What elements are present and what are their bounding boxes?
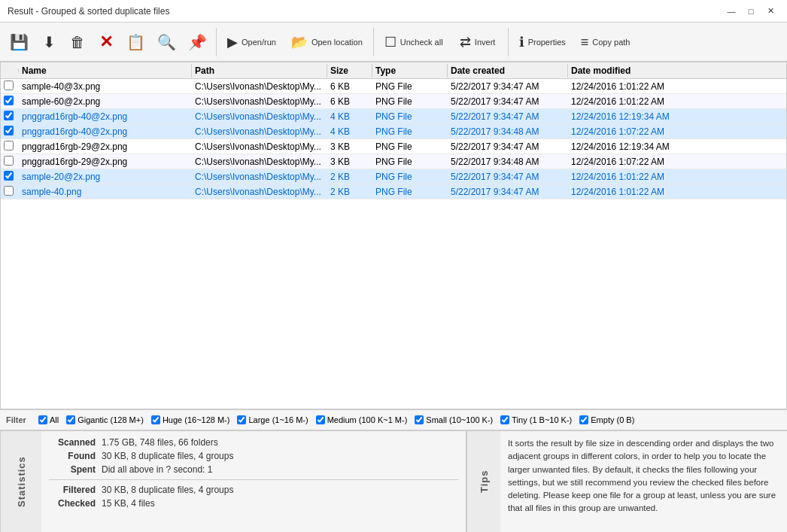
filter-item[interactable]: Empty (0 B) [579,415,634,424]
tips-label: Tips [466,431,500,532]
filter-checkbox[interactable] [415,415,424,424]
export-button[interactable]: ⬇ [35,25,62,59]
stats-key: Checked [49,498,102,509]
stats-row: Filtered30 KB, 8 duplicate files, 4 grou… [49,483,458,497]
minimize-button[interactable]: — [722,4,740,19]
stats-row: SpentDid all above in ? second: 1 [49,463,458,476]
col-path[interactable]: Path [192,64,327,78]
table-row[interactable]: sample-40.png C:\Users\Ivonash\Desktop\M… [1,184,786,199]
maximize-button[interactable]: □ [742,4,760,19]
filter-item[interactable]: All [38,415,59,424]
row-name: sample-20@2x.png [19,171,192,183]
table-row[interactable]: pnggrad16rgb-40@2x.png C:\Users\Ivonash\… [1,124,786,139]
mark-button[interactable]: 📌 [183,25,212,59]
remove-button[interactable]: ✕ [93,25,120,59]
stats-key: Filtered [49,485,102,495]
filter-item[interactable]: Medium (100 K~1 M-) [316,415,408,424]
search-button[interactable]: 🔍 [152,25,181,59]
open-location-button[interactable]: 📂 Open location [284,25,369,59]
filter-item[interactable]: Huge (16~128 M-) [151,415,230,424]
row-checkbox[interactable] [4,156,14,166]
row-checkbox-cell[interactable] [1,110,19,123]
row-checkbox[interactable] [4,141,14,150]
filter-checkbox[interactable] [151,415,160,424]
table-row[interactable]: sample-20@2x.png C:\Users\Ivonash\Deskto… [1,169,786,184]
col-date-modified[interactable]: Date modified [568,64,688,78]
row-date-created: 5/22/2017 9:34:47 AM [448,96,568,108]
open-run-icon: ▶ [227,35,238,49]
row-checkbox[interactable] [4,111,14,120]
filter-checkbox[interactable] [500,415,509,424]
filter-checkbox[interactable] [316,415,325,424]
remove-icon: ✕ [99,34,113,50]
filter-checkbox[interactable] [38,415,47,424]
open-run-label: Open/run [242,38,276,47]
stats-val: 30 KB, 8 duplicate files, 4 groups [102,451,233,461]
table-row[interactable]: pnggrad16rgb-29@2x.png C:\Users\Ivonash\… [1,154,786,169]
stats-content: Scanned1.75 GB, 748 files, 66 foldersFou… [41,431,466,532]
col-type[interactable]: Type [372,64,448,78]
row-size: 2 KB [327,186,372,198]
bottom-panel: Statistics Scanned1.75 GB, 748 files, 66… [0,430,787,532]
row-date-modified: 12/24/2016 12:19:34 AM [568,141,688,153]
table-row[interactable]: sample-40@3x.png C:\Users\Ivonash\Deskto… [1,79,786,94]
row-checkbox[interactable] [4,81,14,90]
stats-val: Did all above in ? second: 1 [102,464,212,475]
row-checkbox-cell[interactable] [1,80,19,93]
open-run-button[interactable]: ▶ Open/run [220,25,283,59]
row-checkbox[interactable] [4,186,14,196]
filter-item[interactable]: Large (1~16 M-) [237,415,308,424]
row-checkbox[interactable] [4,171,14,181]
save-button[interactable]: 💾 [5,25,34,59]
row-checkbox-cell[interactable] [1,95,19,108]
table-row[interactable]: sample-60@2x.png C:\Users\Ivonash\Deskto… [1,94,786,109]
row-type: PNG File [372,96,448,108]
close-button[interactable]: ✕ [761,4,779,19]
copy-path-label: Copy path [592,38,630,47]
invert-button[interactable]: ⇄ Invert [451,25,504,59]
tips-section: Tips It sorts the result by file size in… [466,431,787,532]
row-date-created: 5/22/2017 9:34:47 AM [448,186,568,198]
row-checkbox-cell[interactable] [1,155,19,169]
row-checkbox-cell[interactable] [1,125,19,138]
row-date-modified: 12/24/2016 12:19:34 AM [568,111,688,123]
filter-checkbox[interactable] [237,415,246,424]
toolbar: 💾 ⬇ 🗑 ✕ 📋 🔍 📌 ▶ Open/run 📂 Open location… [0,23,787,62]
row-date-created: 5/22/2017 9:34:47 AM [448,81,568,93]
table-body: sample-40@3x.png C:\Users\Ivonash\Deskto… [1,79,786,409]
row-checkbox[interactable] [4,126,14,135]
col-date-created[interactable]: Date created [448,64,568,78]
filter-checkbox[interactable] [66,415,75,424]
invert-label: Invert [475,38,496,47]
filter-item[interactable]: Gigantic (128 M+) [66,415,144,424]
row-path: C:\Users\Ivonash\Desktop\My... [192,111,327,123]
row-date-modified: 12/24/2016 1:01:22 AM [568,186,688,198]
copy-path-button[interactable]: ≡ Copy path [574,25,637,59]
filter-item[interactable]: Tiny (1 B~10 K-) [500,415,572,424]
delete-button[interactable]: 🗑 [64,25,91,59]
copy-button[interactable]: 📋 [121,25,150,59]
filter-item[interactable]: Small (10~100 K-) [415,415,493,424]
row-size: 4 KB [327,126,372,138]
table-row[interactable]: pnggrad16rgb-40@2x.png C:\Users\Ivonash\… [1,109,786,124]
row-date-modified: 12/24/2016 1:07:22 AM [568,156,688,168]
col-size[interactable]: Size [327,64,372,78]
row-size: 6 KB [327,96,372,108]
mark-icon: 📌 [188,35,207,50]
col-name[interactable]: Name [19,64,192,78]
row-type: PNG File [372,126,448,138]
row-type: PNG File [372,141,448,153]
row-path: C:\Users\Ivonash\Desktop\My... [192,186,327,198]
row-date-created: 5/22/2017 9:34:47 AM [448,141,568,153]
uncheck-all-button[interactable]: ☐ Uncheck all [378,25,450,59]
filter-item-label: Empty (0 B) [591,415,634,424]
table-row[interactable]: pnggrad16rgb-29@2x.png C:\Users\Ivonash\… [1,139,786,154]
col-checkbox [1,69,19,72]
filter-checkbox[interactable] [579,415,588,424]
row-checkbox-cell[interactable] [1,170,19,184]
properties-button[interactable]: ℹ Properties [512,25,573,59]
row-checkbox-cell[interactable] [1,140,19,154]
row-checkbox-cell[interactable] [1,185,19,199]
row-checkbox[interactable] [4,96,14,105]
row-name: pnggrad16rgb-29@2x.png [19,156,192,168]
